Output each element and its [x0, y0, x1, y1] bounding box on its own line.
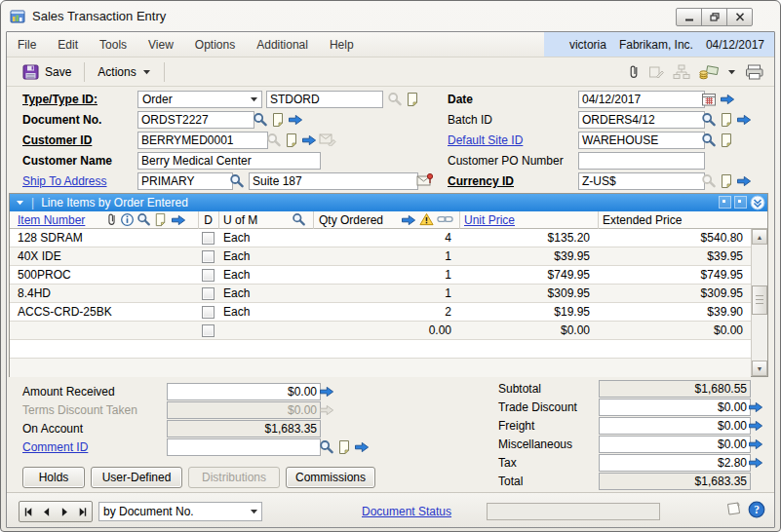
miscellaneous-field[interactable]: $0.00 [599, 436, 751, 453]
markdown-checkbox[interactable] [202, 269, 215, 282]
col-item-number[interactable]: Item Number [18, 212, 85, 228]
restore-button[interactable] [701, 8, 727, 26]
ship-to-address-field[interactable]: Suite 187 [249, 172, 418, 190]
unit-price-cell[interactable]: $0.00 [459, 323, 590, 338]
extended-price-cell[interactable]: $309.95 [598, 285, 743, 301]
unit-price-cell[interactable]: $19.95 [459, 304, 590, 320]
lookup-icon[interactable] [253, 112, 268, 128]
extended-price-cell[interactable]: $0.00 [598, 323, 743, 338]
expand-arrow-icon[interactable] [748, 420, 763, 432]
lookup-icon[interactable] [229, 173, 245, 189]
note-page-icon[interactable] [723, 501, 743, 517]
comment-id-field[interactable] [167, 438, 321, 456]
info-icon[interactable] [120, 212, 135, 227]
ship-to-code-field[interactable]: PRIMARY [137, 172, 233, 190]
note-icon[interactable] [270, 112, 286, 128]
grid-insert-row-button[interactable] [719, 196, 731, 209]
col-unit-price[interactable]: Unit Price [464, 212, 515, 228]
attachment-paperclip-icon[interactable] [628, 64, 640, 80]
lookup-icon[interactable] [292, 212, 306, 227]
unit-price-cell[interactable]: $39.95 [459, 248, 590, 264]
site-id-field[interactable]: WAREHOUSE [578, 132, 705, 149]
currency-view-icon[interactable] [699, 65, 719, 80]
commissions-button[interactable]: Commissions [286, 467, 375, 488]
note-icon[interactable] [336, 439, 352, 455]
previous-record-button[interactable] [38, 502, 57, 521]
user-defined-button[interactable]: User-Defined [91, 467, 182, 488]
unit-price-cell[interactable]: $309.95 [459, 285, 590, 301]
next-record-button[interactable] [56, 502, 74, 521]
ship-to-address-link[interactable]: Ship To Address [22, 172, 107, 190]
lookup-icon[interactable] [319, 439, 334, 455]
note-icon[interactable] [719, 173, 734, 189]
expand-arrow-icon[interactable] [748, 457, 763, 469]
expand-arrow-icon[interactable] [720, 94, 735, 105]
expand-arrow-icon[interactable] [301, 134, 317, 146]
uofm-cell[interactable]: Each [223, 230, 250, 246]
expand-arrow-icon[interactable] [401, 214, 416, 226]
type-dropdown[interactable]: Order [137, 91, 262, 108]
expand-arrow-icon[interactable] [736, 114, 752, 126]
scroll-up-button[interactable]: ▲ [752, 229, 767, 245]
note-icon[interactable] [284, 133, 299, 148]
item-number-cell[interactable]: 8.4HD [18, 285, 51, 301]
customer-id-label[interactable]: Customer ID [22, 132, 92, 149]
uofm-cell[interactable]: Each [223, 267, 250, 283]
print-icon[interactable] [745, 64, 764, 80]
note-icon[interactable] [719, 133, 734, 148]
freight-field[interactable]: $0.00 [599, 417, 751, 435]
first-record-button[interactable] [20, 502, 38, 521]
note-icon[interactable] [719, 112, 734, 128]
chevron-down-icon[interactable] [727, 68, 736, 76]
holds-button[interactable]: Holds [22, 467, 85, 488]
extended-price-cell[interactable]: $749.95 [598, 267, 743, 283]
markdown-checkbox[interactable] [202, 250, 215, 263]
item-number-cell[interactable]: 128 SDRAM [18, 230, 83, 246]
minimize-button[interactable] [676, 8, 702, 26]
note-icon[interactable] [405, 92, 420, 107]
attachment-paperclip-icon[interactable] [106, 212, 117, 227]
menu-file[interactable]: File [7, 32, 47, 57]
menu-additional[interactable]: Additional [246, 32, 319, 57]
uofm-cell[interactable]: Each [223, 285, 250, 301]
markdown-checkbox[interactable] [202, 287, 215, 300]
comment-id-link[interactable]: Comment ID [22, 438, 88, 456]
expand-arrow-icon[interactable] [354, 441, 370, 453]
document-no-field[interactable]: ORDST2227 [137, 111, 254, 129]
unit-price-cell[interactable]: $749.95 [459, 267, 590, 283]
qty-cell[interactable]: 1 [313, 267, 451, 283]
scroll-down-button[interactable]: ▼ [752, 361, 767, 376]
customer-name-field[interactable]: Berry Medical Center [137, 152, 321, 170]
menu-view[interactable]: View [137, 32, 184, 57]
type-id-label[interactable]: Type/Type ID: [22, 91, 98, 108]
chain-link-icon[interactable] [437, 214, 453, 224]
qty-cell[interactable]: 1 [313, 248, 451, 264]
document-status-link[interactable]: Document Status [362, 503, 451, 520]
item-number-cell[interactable]: 500PROC [18, 267, 71, 283]
item-number-cell[interactable]: ACCS-CRD-25BK [18, 304, 112, 320]
trade-discount-field[interactable]: $0.00 [599, 399, 751, 416]
currency-id-label[interactable]: Currency ID [448, 172, 514, 190]
expand-arrow-icon[interactable] [288, 114, 303, 126]
expand-arrow-icon[interactable] [319, 386, 334, 398]
calendar-icon[interactable] [701, 92, 717, 107]
menu-edit[interactable]: Edit [47, 32, 89, 57]
last-record-button[interactable] [74, 502, 93, 521]
help-icon[interactable] [748, 501, 765, 518]
qty-cell[interactable]: 0.00 [313, 323, 451, 338]
extended-price-cell[interactable]: $540.80 [598, 230, 743, 246]
address-pin-envelope-icon[interactable] [416, 172, 434, 187]
type-id-field[interactable]: STDORD [266, 91, 383, 108]
batch-id-field[interactable]: ORDERS4/12 [578, 111, 705, 129]
menu-options[interactable]: Options [184, 32, 246, 57]
markdown-checkbox[interactable] [202, 232, 215, 245]
extended-price-cell[interactable]: $39.90 [598, 304, 743, 320]
expand-arrow-icon[interactable] [748, 401, 763, 413]
markdown-checkbox[interactable] [202, 306, 215, 319]
grid-menu-chevron-icon[interactable] [16, 199, 24, 207]
qty-cell[interactable]: 2 [313, 304, 451, 320]
date-field[interactable]: 04/12/2017 [578, 91, 705, 108]
lookup-icon[interactable] [701, 112, 717, 128]
expand-arrow-icon[interactable] [171, 214, 186, 226]
currency-id-field[interactable]: Z-US$ [578, 172, 705, 190]
